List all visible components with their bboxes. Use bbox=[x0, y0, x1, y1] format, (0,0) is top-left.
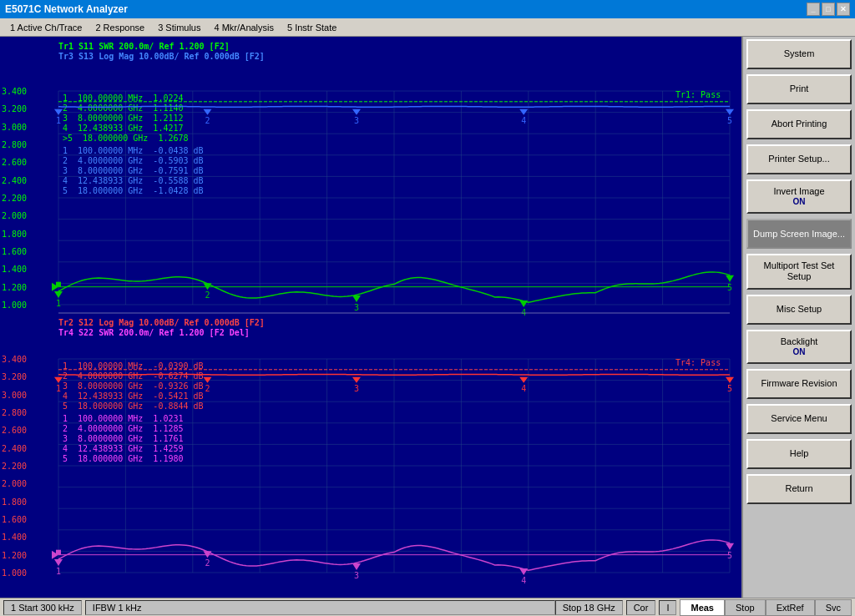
menu-item-stimulus[interactable]: 3 Stimulus bbox=[151, 21, 207, 34]
title-bar: E5071C Network Analyzer _ □ ✕ bbox=[0, 0, 855, 18]
invert-image-button[interactable]: Invert Image ON bbox=[746, 179, 852, 214]
tab-meas[interactable]: Meas bbox=[680, 599, 725, 616]
return-button[interactable]: Return bbox=[746, 474, 852, 504]
backlight-button[interactable]: Backlight ON bbox=[746, 330, 852, 364]
menu-item-response[interactable]: 2 Response bbox=[89, 21, 151, 34]
dump-screen-image-button[interactable]: Dump Screen Image... bbox=[746, 219, 852, 249]
printer-setup-button[interactable]: Printer Setup... bbox=[746, 144, 852, 174]
cor-indicator: Cor bbox=[626, 600, 656, 615]
window-title: E5071C Network Analyzer bbox=[5, 3, 807, 15]
menu-bar: 1 Active Ch/Trace 2 Response 3 Stimulus … bbox=[0, 18, 855, 37]
minimize-button[interactable]: _ bbox=[807, 3, 820, 16]
service-menu-button[interactable]: Service Menu bbox=[746, 404, 852, 434]
window-controls: _ □ ✕ bbox=[807, 3, 850, 16]
status-spacer: IFBW 1 kHz bbox=[85, 600, 555, 615]
menu-item-active-trace[interactable]: 1 Active Ch/Trace bbox=[3, 21, 89, 34]
print-button[interactable]: Print bbox=[746, 74, 852, 104]
help-button[interactable]: Help bbox=[746, 439, 852, 469]
bottom-tabs: Meas Stop ExtRef Svc bbox=[680, 600, 852, 615]
abort-printing-button[interactable]: Abort Printing bbox=[746, 109, 852, 139]
multiport-test-set-button[interactable]: Multiport Test Set Setup bbox=[746, 254, 852, 289]
status-bar: 1 Start 300 kHz IFBW 1 kHz Stop 18 GHz C… bbox=[0, 598, 855, 616]
menu-item-instr-state[interactable]: 5 Instr State bbox=[281, 21, 343, 34]
start-frequency: 1 Start 300 kHz bbox=[3, 600, 82, 615]
firmware-revision-button[interactable]: Firmware Revision bbox=[746, 369, 852, 399]
sidebar: System Print Abort Printing Printer Setu… bbox=[741, 37, 855, 598]
maximize-button[interactable]: □ bbox=[822, 3, 835, 16]
system-button[interactable]: System bbox=[746, 39, 852, 69]
i-indicator: I bbox=[659, 600, 676, 615]
ifbw-display: IFBW 1 kHz bbox=[85, 600, 555, 615]
tab-extref[interactable]: ExtRef bbox=[766, 599, 815, 616]
chart-area bbox=[0, 37, 741, 598]
tab-svc[interactable]: Svc bbox=[815, 599, 852, 616]
menu-item-mkr-analysis[interactable]: 4 Mkr/Analysis bbox=[207, 21, 281, 34]
stop-frequency: Stop 18 GHz bbox=[555, 600, 623, 615]
main-container: System Print Abort Printing Printer Setu… bbox=[0, 37, 855, 598]
misc-setup-button[interactable]: Misc Setup bbox=[746, 295, 852, 325]
tab-stop[interactable]: Stop bbox=[725, 599, 766, 616]
close-button[interactable]: ✕ bbox=[837, 3, 850, 16]
